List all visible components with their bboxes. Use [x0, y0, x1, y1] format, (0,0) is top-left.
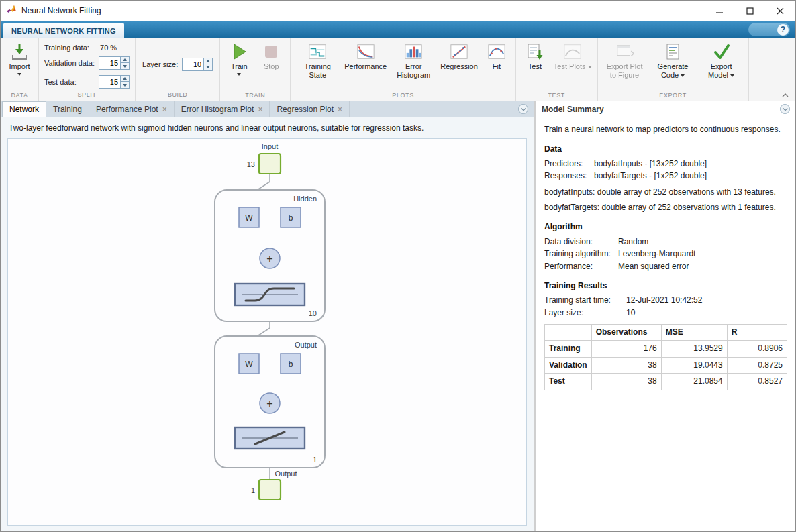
predictors-label: Predictors:	[544, 158, 594, 170]
validation-data-spinner	[99, 56, 130, 70]
ribbon-section-split: Training data: 70 % Validation data: Tes…	[39, 38, 136, 101]
train-button[interactable]: Train	[223, 41, 254, 91]
minimize-button[interactable]	[705, 1, 735, 21]
fit-button[interactable]: Fit	[481, 41, 512, 91]
validation-data-input[interactable]	[99, 56, 120, 70]
close-tab-icon[interactable]: ×	[162, 105, 167, 113]
regression-button[interactable]: Regression	[438, 41, 480, 91]
table-row-validation: Validation 38 19.0443 0.8725	[545, 357, 787, 373]
results-table-header-row: Observations MSE R	[545, 325, 787, 341]
row-training-observations: 176	[591, 341, 661, 357]
export-model-button[interactable]: Export Model	[698, 41, 745, 91]
performance-label: Performance	[344, 62, 387, 71]
ribbon-section-export: Export Plot to Figure Generate Code	[598, 38, 749, 101]
section-label-train: TRAIN	[220, 91, 290, 101]
tab-error-histogram-plot[interactable]: Error Histogram Plot ×	[175, 101, 270, 117]
data-heading: Data	[544, 144, 787, 155]
data-division-label: Data division:	[544, 236, 618, 248]
close-tab-icon[interactable]: ×	[338, 105, 342, 113]
test-increment-button[interactable]	[120, 75, 130, 82]
generate-code-icon	[663, 42, 683, 62]
hidden-bias-label: b	[289, 213, 293, 223]
test-plots-label: Test Plots	[554, 62, 592, 71]
import-button-label: Import	[9, 62, 30, 71]
maximize-button[interactable]	[735, 1, 765, 21]
layer-size-result-label: Layer size:	[544, 307, 626, 319]
header-r: R	[727, 325, 787, 341]
test-data-input[interactable]	[99, 75, 120, 89]
collapse-document-pane-icon[interactable]	[518, 104, 528, 114]
tab-neural-network-fitting[interactable]: NEURAL NETWORK FITTING	[3, 23, 124, 38]
tab-performance-plot[interactable]: Performance Plot ×	[89, 101, 175, 117]
header-blank	[545, 325, 592, 341]
network-canvas: Input 13 Hidden W b + 10 Output	[7, 138, 527, 526]
collapse-ribbon-icon[interactable]	[781, 91, 790, 99]
performance-metric-value: Mean squared error	[618, 261, 689, 272]
fit-icon	[487, 42, 507, 62]
output-size: 1	[251, 486, 255, 494]
close-button[interactable]	[765, 1, 795, 21]
performance-button[interactable]: Performance	[342, 41, 389, 91]
results-table: Observations MSE R Training 176 13.9529 …	[544, 324, 787, 390]
validation-decrement-button[interactable]	[120, 63, 130, 70]
collapse-summary-panel-icon[interactable]	[780, 104, 790, 114]
layer-size-spinner	[182, 58, 213, 71]
row-validation-mse: 19.0443	[661, 357, 727, 373]
close-tab-icon[interactable]: ×	[258, 105, 262, 113]
output-node	[259, 480, 281, 500]
training-algorithm-row: Training algorithm: Levenberg-Marquardt	[544, 248, 787, 260]
generate-code-button[interactable]: Generate Code	[650, 41, 697, 91]
training-results-heading: Training Results	[544, 280, 787, 292]
output-label: Output	[275, 470, 297, 478]
row-validation-name: Validation	[545, 357, 592, 373]
hidden-weights-label: W	[245, 213, 253, 223]
section-label-test: TEST	[516, 91, 597, 101]
section-label-build: BUILD	[136, 90, 219, 101]
dropdown-caret-icon	[237, 73, 241, 76]
layer-size-input[interactable]	[182, 58, 203, 71]
layer-size-decrement-button[interactable]	[203, 64, 213, 71]
section-label-data: DATA	[1, 91, 38, 101]
algorithm-heading: Algorithm	[544, 221, 787, 233]
training-state-button[interactable]: Training State	[294, 41, 341, 91]
ribbon-section-data: Import DATA	[1, 38, 39, 101]
validation-data-steppers	[120, 56, 130, 70]
main-area: Network Training Performance Plot × Erro…	[1, 101, 795, 532]
section-label-split: SPLIT	[39, 90, 135, 101]
train-button-label: Train	[231, 62, 248, 71]
input-node	[259, 154, 281, 174]
performance-metric-label: Performance:	[544, 261, 618, 272]
tab-network[interactable]: Network	[2, 101, 46, 117]
dropdown-caret-icon	[730, 74, 734, 77]
ribbon-section-test: Test Test Plots TEST	[516, 38, 598, 101]
error-histogram-icon	[403, 42, 424, 62]
row-validation-observations: 38	[591, 357, 661, 373]
output-weights-label: W	[245, 360, 253, 369]
layer-size-increment-button[interactable]	[203, 58, 213, 64]
responses-value: bodyfatTargets - [1x252 double]	[594, 170, 707, 182]
tab-training[interactable]: Training	[46, 101, 89, 117]
validation-increment-button[interactable]	[120, 56, 130, 63]
layer-size-result-value: 10	[626, 307, 635, 319]
hidden-layer-size: 10	[309, 309, 317, 317]
titlebar: Neural Network Fitting	[1, 1, 795, 21]
test-plots-button: Test Plots	[552, 41, 594, 91]
predictors-row: Predictors: bodyfatInputs - [13x252 doub…	[544, 158, 787, 170]
tab-regression-plot[interactable]: Regression Plot ×	[270, 101, 350, 117]
test-button[interactable]: Test	[519, 41, 550, 91]
stop-icon	[261, 42, 281, 62]
help-button[interactable]: ?	[748, 23, 790, 36]
training-start-time-label: Training start time:	[544, 295, 626, 306]
test-data-steppers	[120, 75, 130, 89]
export-plot-to-figure-button: Export Plot to Figure	[601, 41, 648, 91]
export-model-label: Export Model	[700, 62, 743, 79]
error-histogram-button[interactable]: Error Histogram	[390, 41, 437, 91]
import-button[interactable]: Import	[4, 41, 35, 91]
tab-performance-plot-label: Performance Plot	[96, 105, 158, 114]
predictors-value: bodyfatInputs - [13x252 double]	[594, 158, 707, 170]
row-test-mse: 21.0854	[661, 374, 727, 390]
section-label-plots: PLOTS	[291, 91, 515, 101]
training-state-icon	[307, 42, 328, 62]
ribbon-toolbar: Import DATA Training data: 70 % Validati…	[1, 38, 795, 101]
test-decrement-button[interactable]	[120, 82, 130, 89]
